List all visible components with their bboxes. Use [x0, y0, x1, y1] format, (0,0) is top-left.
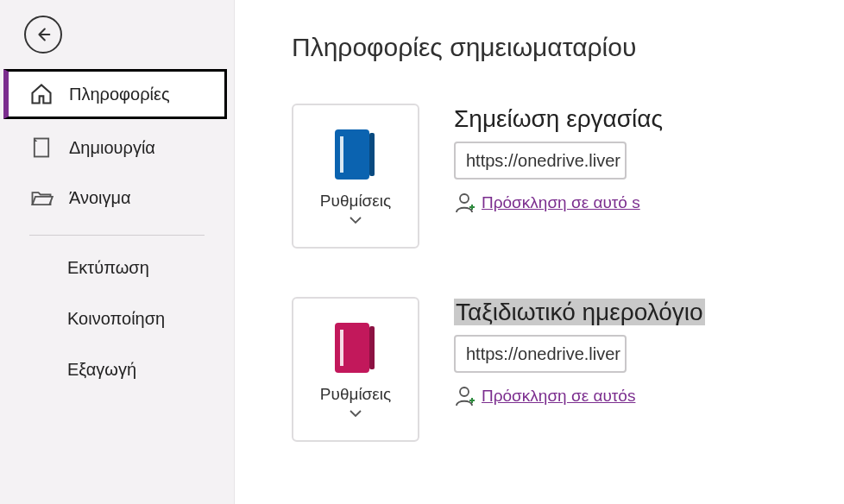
person-add-icon: [454, 192, 476, 214]
notebook-row: Ρυθμίσεις Ταξιδιωτικό ημερολόγιο https:/…: [292, 297, 844, 442]
nav-share[interactable]: Κοινοποίηση: [0, 293, 234, 344]
svg-rect-7: [340, 330, 343, 366]
nav-new-label: Δημιουργία: [69, 138, 155, 158]
notebook-title: Ταξιδιωτικό ημερολόγιο: [454, 299, 705, 325]
invite-link[interactable]: Πρόσκληση σε αυτόs: [482, 387, 635, 406]
invite-row: Πρόσκληση σε αυτό s: [454, 192, 844, 214]
invite-row: Πρόσκληση σε αυτόs: [454, 385, 844, 407]
nav-new[interactable]: Δημιουργία: [0, 123, 234, 173]
nav-open[interactable]: Άνοιγμα: [0, 173, 234, 223]
notebook-icon: [333, 321, 378, 375]
notebook-url-field[interactable]: https://onedrive.liver: [454, 142, 627, 180]
nav-info[interactable]: Πληροφορίες: [3, 69, 227, 119]
person-add-icon: [454, 385, 476, 407]
svg-rect-6: [369, 326, 375, 369]
invite-link[interactable]: Πρόσκληση σε αυτό s: [482, 193, 640, 212]
notebook-info: Σημείωση εργασίας https://onedrive.liver…: [454, 104, 844, 214]
notebook-title: Σημείωση εργασίας: [454, 105, 844, 133]
svg-point-4: [460, 194, 469, 203]
back-button[interactable]: [24, 16, 62, 54]
notebook-row: Ρυθμίσεις Σημείωση εργασίας https://oned…: [292, 104, 844, 249]
nav-print[interactable]: Εκτύπωση: [0, 243, 234, 293]
folder-open-icon: [29, 186, 54, 210]
notebook-settings-button[interactable]: Ρυθμίσεις: [292, 104, 419, 249]
sidebar-divider: [29, 235, 205, 236]
svg-rect-3: [340, 136, 343, 173]
nav-export[interactable]: Εξαγωγή: [0, 344, 234, 395]
settings-label: Ρυθμίσεις: [320, 385, 391, 404]
nav-open-label: Άνοιγμα: [69, 188, 131, 208]
home-icon: [29, 82, 54, 106]
page-icon: [29, 135, 54, 160]
svg-point-8: [460, 387, 469, 396]
notebook-url-field[interactable]: https://onedrive.liver: [454, 335, 627, 373]
notebook-icon: [333, 128, 378, 181]
chevron-down-icon: [349, 409, 362, 418]
notebook-settings-button[interactable]: Ρυθμίσεις: [292, 297, 419, 442]
settings-label: Ρυθμίσεις: [320, 192, 391, 211]
main-content: Πληροφορίες σημειωματαρίου Ρυθμίσεις Σημ…: [235, 0, 844, 504]
back-arrow-icon: [34, 25, 53, 44]
page-title: Πληροφορίες σημειωματαρίου: [292, 33, 844, 62]
notebook-info: Ταξιδιωτικό ημερολόγιο https://onedrive.…: [454, 297, 844, 407]
chevron-down-icon: [349, 216, 362, 224]
svg-rect-2: [369, 133, 375, 176]
backstage-sidebar: Πληροφορίες Δημιουργία Άνοιγμα Εκτύπωση …: [0, 0, 235, 504]
nav-info-label: Πληροφορίες: [69, 85, 170, 104]
